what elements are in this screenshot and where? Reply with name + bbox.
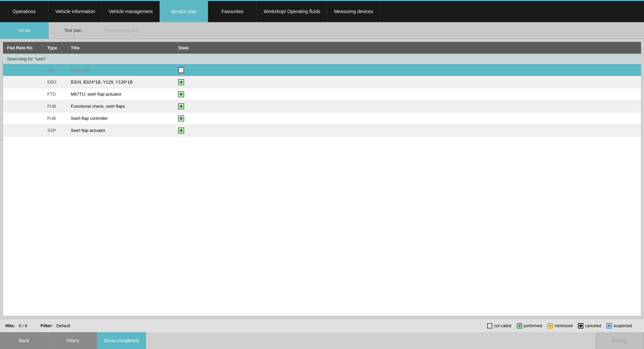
- cell-state: [174, 126, 641, 136]
- nav-item-workshop-operating-fluids[interactable]: Workshop/ Operating fluids: [257, 1, 327, 22]
- second-nav-programming-plan: Programming plan: [97, 22, 146, 39]
- show-completely-button[interactable]: Show completely: [97, 332, 146, 349]
- cell-type: FUB: [43, 102, 67, 111]
- cell-type: FTD: [43, 90, 67, 99]
- legend-not-called: not called: [487, 323, 511, 329]
- bottom-buttons: Back Filters Show completely Display: [0, 332, 644, 349]
- cell-state: [174, 89, 641, 99]
- hits-display: Hits: 6 / 6: [5, 323, 27, 328]
- legend-suspected: suspected: [606, 323, 632, 329]
- main-content: Flat Rate No Type Title State Searching …: [3, 42, 641, 316]
- cell-state: [174, 113, 641, 123]
- legend-label-canceled: canceled: [585, 323, 601, 328]
- state-indicator-performed: [178, 115, 184, 121]
- cell-flat-rate-no: [3, 116, 43, 120]
- filter-display: Filter: Default: [41, 323, 487, 328]
- second-nav-hit-list[interactable]: Hit list: [0, 22, 49, 39]
- col-header-flat-rate-no: Flat Rate No: [3, 42, 43, 54]
- hits-label: Hits:: [5, 323, 15, 328]
- filter-value: Default: [56, 323, 70, 328]
- search-message: Searching for "swirl": [7, 56, 46, 61]
- second-nav: Hit list Test plan Programming plan: [0, 22, 644, 39]
- legend-label-not-called: not called: [494, 323, 511, 328]
- col-header-type: Type: [43, 42, 67, 54]
- legend-label-minimized: minimized: [554, 323, 573, 328]
- cell-type: FUB: [43, 114, 67, 123]
- cell-title: B324, B324*1B, Y129, Y129*1B: [67, 78, 174, 87]
- legend-icon-canceled: [578, 323, 583, 329]
- legend-icon-performed: [517, 323, 522, 329]
- cell-state: [174, 65, 641, 75]
- cell-title: M67TU: swirl flap actuator: [67, 90, 174, 99]
- state-indicator-performed: [178, 103, 184, 109]
- nav-item-vehicle-management[interactable]: Vehicle management: [102, 1, 160, 22]
- state-indicator-performed: [178, 91, 184, 97]
- cell-title: Swirl-flap controller: [67, 114, 174, 123]
- cell-type: SSP: [43, 126, 67, 135]
- search-message-row: Searching for "swirl": [3, 54, 641, 64]
- table-row[interactable]: ABL Swirl flaps: [3, 64, 641, 76]
- legend-icon-suspected: [606, 323, 612, 329]
- table-row[interactable]: SSP Swirl flap actuator: [3, 124, 641, 137]
- filters-button[interactable]: Filters: [49, 332, 97, 349]
- table-row[interactable]: FTD M67TU: swirl flap actuator: [3, 88, 641, 100]
- col-header-title: Title: [67, 42, 174, 54]
- cell-title: Swirl flaps: [67, 65, 174, 74]
- legend-icon-not-called: [487, 323, 492, 329]
- legend-area: not called performed minimized canceled …: [487, 323, 632, 329]
- nav-item-favourites[interactable]: Favourites: [208, 1, 257, 22]
- state-indicator-performed: [178, 128, 184, 134]
- display-button: Display: [595, 332, 644, 349]
- legend-icon-minimized: [547, 323, 553, 329]
- nav-item-operations[interactable]: Operations: [0, 1, 49, 22]
- table-row[interactable]: FUB Swirl-flap controller: [3, 112, 641, 124]
- legend-canceled: canceled: [578, 323, 601, 329]
- filter-label: Filter:: [41, 323, 53, 328]
- legend-performed: performed: [517, 323, 542, 329]
- cell-type: EBO: [43, 78, 67, 87]
- cell-type: ABL: [43, 65, 67, 74]
- cell-title: Swirl flap actuator: [67, 126, 174, 135]
- nav-item-vehicle-information[interactable]: Vehicle information: [49, 1, 102, 22]
- cell-flat-rate-no: [3, 104, 43, 108]
- hits-value: 6 / 6: [19, 323, 27, 328]
- second-nav-test-plan[interactable]: Test plan: [49, 22, 97, 39]
- cell-title: Functional check, swirl flaps: [67, 102, 174, 111]
- status-bar: Hits: 6 / 6 Filter: Default not called p…: [0, 319, 644, 332]
- cell-flat-rate-no: [3, 129, 43, 133]
- col-header-state: State: [174, 42, 641, 54]
- table-header: Flat Rate No Type Title State: [3, 42, 641, 54]
- state-indicator-performed: [178, 79, 184, 85]
- legend-label-performed: performed: [524, 323, 542, 328]
- cell-flat-rate-no: [3, 92, 43, 96]
- cell-state: [174, 77, 641, 87]
- top-nav: Operations Vehicle information Vehicle m…: [0, 0, 644, 22]
- back-button[interactable]: Back: [0, 332, 49, 349]
- nav-item-service-plan[interactable]: Service plan: [160, 1, 208, 22]
- cell-flat-rate-no: [3, 68, 43, 72]
- table-row[interactable]: FUB Functional check, swirl flaps: [3, 100, 641, 112]
- cell-flat-rate-no: [3, 80, 43, 84]
- nav-item-measuring-devices[interactable]: Measuring devices: [327, 1, 380, 22]
- table-row[interactable]: EBO B324, B324*1B, Y129, Y129*1B: [3, 76, 641, 88]
- state-indicator-not-called: [178, 67, 184, 73]
- cell-state: [174, 101, 641, 111]
- legend-label-suspected: suspected: [613, 323, 632, 328]
- legend-minimized: minimized: [547, 323, 573, 329]
